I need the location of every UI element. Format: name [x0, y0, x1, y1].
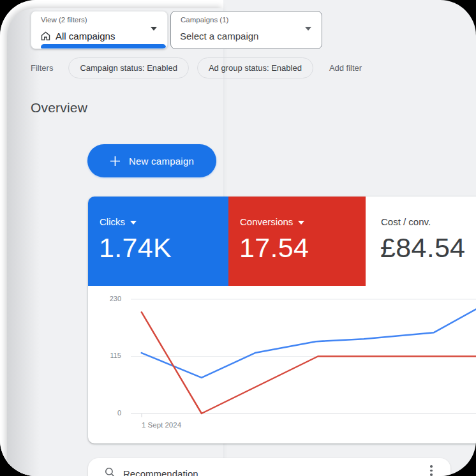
plus-icon — [110, 156, 121, 167]
more-options-icon[interactable] — [430, 465, 433, 476]
new-campaign-button[interactable]: New campaign — [87, 144, 216, 177]
metric-label: Conversions — [240, 216, 293, 227]
clicks-line — [142, 309, 476, 378]
conversions-line — [142, 312, 476, 413]
filter-bar: Filters Campaign status: Enabled Ad grou… — [31, 57, 362, 78]
view-selector-dropdown[interactable]: View (2 filters) All campaigns — [31, 11, 168, 49]
metric-row: Clicks 1.74K Conversions 17.54 Cost / co… — [88, 197, 476, 286]
filters-label: Filters — [31, 63, 53, 73]
filter-chip-campaign-status[interactable]: Campaign status: Enabled — [68, 57, 188, 78]
y-axis-tick-115: 115 — [94, 352, 121, 359]
app-screenshot-panel: View (2 filters) All campaigns Campaigns… — [0, 0, 476, 476]
y-axis-tick-230: 230 — [94, 295, 121, 302]
home-icon — [40, 31, 51, 41]
metric-card-conversions[interactable]: Conversions 17.54 — [228, 197, 366, 286]
recommendation-title: Recommendation — [123, 468, 198, 476]
metric-value: 17.54 — [239, 232, 309, 264]
filter-chip-adgroup-status[interactable]: Ad group status: Enabled — [197, 57, 313, 78]
y-axis-tick-0: 0 — [94, 409, 121, 417]
campaign-selector-value: Select a campaign — [180, 31, 258, 41]
campaign-selector-dropdown[interactable]: Campaigns (1) Select a campaign — [170, 11, 322, 49]
view-selector-label: View (2 filters) — [41, 16, 87, 24]
chevron-down-icon — [130, 221, 137, 225]
active-view-underline — [41, 44, 166, 48]
campaign-selector-label: Campaigns (1) — [181, 16, 228, 24]
filter-chip-text: Ad group status: Enabled — [209, 63, 302, 73]
metric-value: 1.74K — [99, 232, 172, 264]
metric-label: Clicks — [100, 216, 125, 227]
metric-label: Cost / conv. — [381, 216, 431, 227]
metric-value: £84.54 — [380, 232, 465, 264]
chevron-down-icon — [298, 221, 304, 225]
filter-chip-text: Campaign status: Enabled — [80, 63, 177, 73]
new-campaign-label: New campaign — [129, 156, 194, 167]
metric-card-clicks[interactable]: Clicks 1.74K — [88, 197, 228, 286]
add-filter-button[interactable]: Add filter — [329, 63, 362, 73]
search-icon — [104, 466, 116, 476]
chevron-down-icon — [305, 27, 311, 31]
metric-card-cost-per-conv[interactable]: Cost / conv. £84.54 — [366, 197, 476, 286]
page-title: Overview — [31, 100, 87, 115]
chevron-down-icon — [151, 27, 157, 31]
view-selector-value: All campaigns — [56, 31, 115, 41]
performance-line-chart — [131, 294, 476, 428]
recommendation-card[interactable]: Recommendation — [88, 458, 450, 476]
